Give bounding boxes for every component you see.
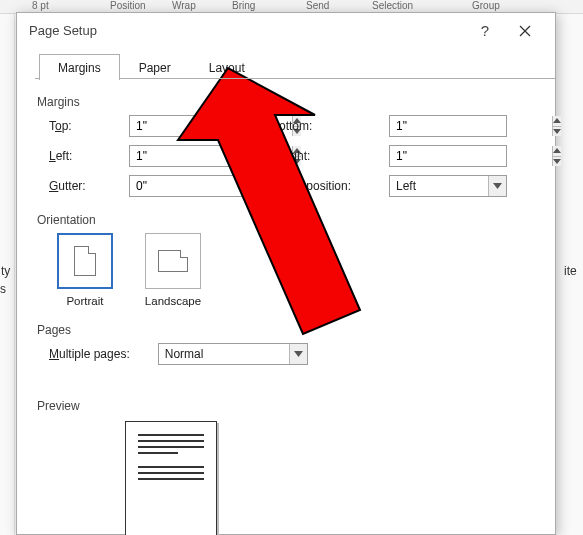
- landscape-label: Landscape: [145, 295, 201, 307]
- svg-marker-8: [553, 148, 561, 153]
- svg-marker-12: [493, 183, 502, 189]
- section-margins-label: Margins: [37, 95, 537, 109]
- tab-margins[interactable]: Margins: [39, 54, 120, 80]
- input-gutter-field[interactable]: [130, 176, 292, 196]
- input-bottom-margin[interactable]: [389, 115, 507, 137]
- label-gutter: Gutter:: [49, 179, 129, 193]
- svg-marker-9: [553, 159, 561, 164]
- label-top: Top:: [49, 119, 129, 133]
- input-gutter[interactable]: [129, 175, 247, 197]
- margins-grid: Top: ottom: Left:: [49, 115, 537, 197]
- portrait-label: Portrait: [66, 295, 103, 307]
- label-gutter-position: utter position:: [279, 179, 389, 193]
- input-right-margin-field[interactable]: [390, 146, 552, 166]
- select-gutter-position[interactable]: Left: [389, 175, 507, 197]
- label-right: Right:: [279, 149, 389, 163]
- tab-layout[interactable]: Layout: [190, 54, 264, 80]
- preview-area: [125, 421, 537, 535]
- preview-page-icon: [125, 421, 217, 535]
- close-button[interactable]: [505, 13, 545, 49]
- orientation-landscape[interactable]: Landscape: [141, 233, 205, 307]
- tab-paper[interactable]: Paper: [120, 54, 190, 80]
- label-multiple-pages: Multiple pages:: [49, 347, 130, 361]
- select-gutter-position-value: Left: [390, 179, 488, 193]
- svg-marker-5: [553, 129, 561, 134]
- bottom-margin-down[interactable]: [553, 126, 561, 137]
- help-button[interactable]: ?: [465, 13, 505, 49]
- select-multiple-pages[interactable]: Normal: [158, 343, 308, 365]
- select-multiple-pages-value: Normal: [159, 347, 289, 361]
- right-margin-up[interactable]: [553, 146, 561, 156]
- orientation-portrait[interactable]: Portrait: [53, 233, 117, 307]
- right-margin-down[interactable]: [553, 156, 561, 167]
- section-preview-label: Preview: [37, 399, 537, 413]
- section-pages-label: Pages: [37, 323, 537, 337]
- dialog-title: Page Setup: [29, 23, 97, 38]
- bottom-margin-up[interactable]: [553, 116, 561, 126]
- label-bottom: ottom:: [279, 119, 389, 133]
- input-top-margin[interactable]: [129, 115, 247, 137]
- svg-marker-13: [294, 351, 303, 357]
- section-orientation-label: Orientation: [37, 213, 537, 227]
- dialog-titlebar: Page Setup ?: [17, 13, 555, 49]
- background-left: ty s: [0, 14, 15, 535]
- landscape-icon: [145, 233, 201, 289]
- input-left-margin-field[interactable]: [130, 146, 292, 166]
- input-left-margin[interactable]: [129, 145, 247, 167]
- background-right: ite: [556, 14, 583, 535]
- input-right-margin[interactable]: [389, 145, 507, 167]
- input-top-margin-field[interactable]: [130, 116, 292, 136]
- chevron-down-icon: [488, 176, 506, 196]
- label-left: Left:: [49, 149, 129, 163]
- tab-strip: Margins Paper Layout: [39, 53, 537, 79]
- page-setup-dialog: Page Setup ? Margins Paper Layout Margin…: [16, 12, 556, 535]
- chevron-down-icon: [289, 344, 307, 364]
- orientation-row: Portrait Landscape: [53, 233, 537, 307]
- input-bottom-margin-field[interactable]: [390, 116, 552, 136]
- close-icon: [519, 25, 531, 37]
- svg-marker-4: [553, 118, 561, 123]
- portrait-icon: [57, 233, 113, 289]
